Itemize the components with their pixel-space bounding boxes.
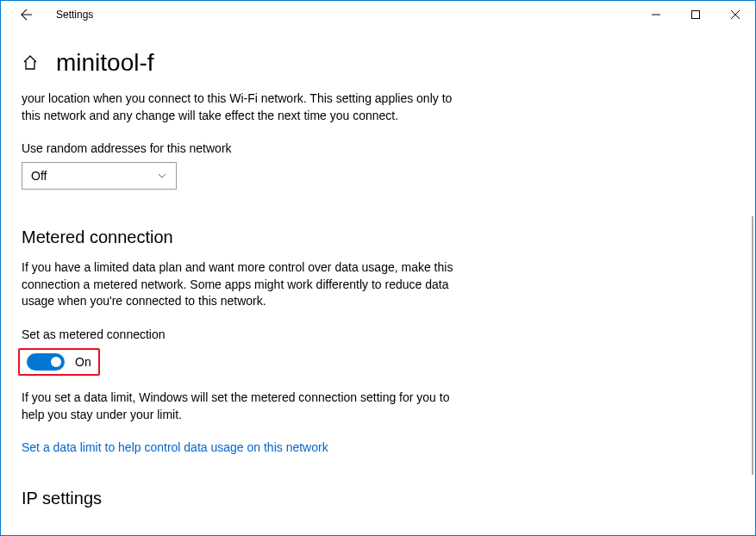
metered-limit-description: If you set a data limit, Windows will se… [22,390,463,423]
minimize-icon [652,10,660,19]
back-button[interactable] [11,1,42,28]
random-mac-dropdown[interactable]: Off [22,162,177,190]
maximize-icon [691,10,700,19]
minimize-button[interactable] [636,1,676,28]
toggle-state: On [75,355,91,369]
metered-description: If you have a limited data plan and want… [22,259,463,310]
chevron-down-icon [157,171,167,181]
close-icon [731,10,740,19]
random-mac-label: Use random addresses for this network [22,141,463,155]
dropdown-value: Off [31,169,47,183]
toggle-knob [51,357,61,367]
titlebar-left: Settings [1,1,636,28]
random-mac-description: your location when you connect to this W… [22,90,463,124]
content: your location when you connect to this W… [1,90,484,508]
data-limit-link[interactable]: Set a data limit to help control data us… [22,440,328,454]
window-controls [636,1,755,28]
metered-toggle-label: Set as metered connection [22,327,463,341]
metered-toggle[interactable] [27,353,65,371]
arrow-left-icon [21,9,33,21]
metered-heading: Metered connection [22,227,463,247]
content-scroll[interactable]: your location when you connect to this W… [1,90,755,535]
metered-toggle-row: On [18,348,100,376]
page-title: minitool-f [56,49,154,77]
maximize-button[interactable] [676,1,715,28]
app-title: Settings [56,9,93,21]
scrollbar[interactable] [752,216,753,475]
close-button[interactable] [715,1,755,28]
page-header: minitool-f [1,28,755,94]
home-icon[interactable] [22,54,39,72]
ip-settings-heading: IP settings [22,489,463,508]
svg-rect-0 [692,11,700,19]
titlebar: Settings [1,1,755,28]
